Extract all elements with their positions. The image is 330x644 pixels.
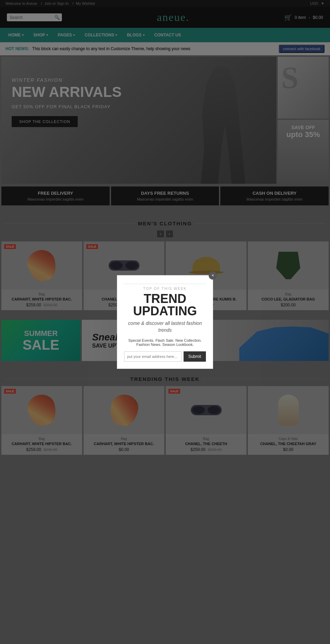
modal-email-input[interactable] <box>124 351 182 362</box>
modal-overlay: × TOP OF THIS WEEK TREND UPDATING come &… <box>0 0 330 456</box>
modal-close-button[interactable]: × <box>209 271 217 280</box>
modal-submit-button[interactable]: Submit <box>184 351 206 362</box>
modal-top-label: TOP OF THIS WEEK <box>124 284 206 291</box>
modal-title-line1: TREND <box>124 293 206 305</box>
newsletter-modal: × TOP OF THIS WEEK TREND UPDATING come &… <box>117 275 213 369</box>
modal-input-row: Submit <box>124 351 206 362</box>
modal-body-text: Special Events. Flash Sale. New Collecti… <box>124 338 206 347</box>
modal-subtitle: come & discover all lastest fashion tren… <box>124 320 206 334</box>
modal-title-line2: UPDATING <box>124 305 206 317</box>
modal-title: TREND UPDATING <box>124 293 206 317</box>
